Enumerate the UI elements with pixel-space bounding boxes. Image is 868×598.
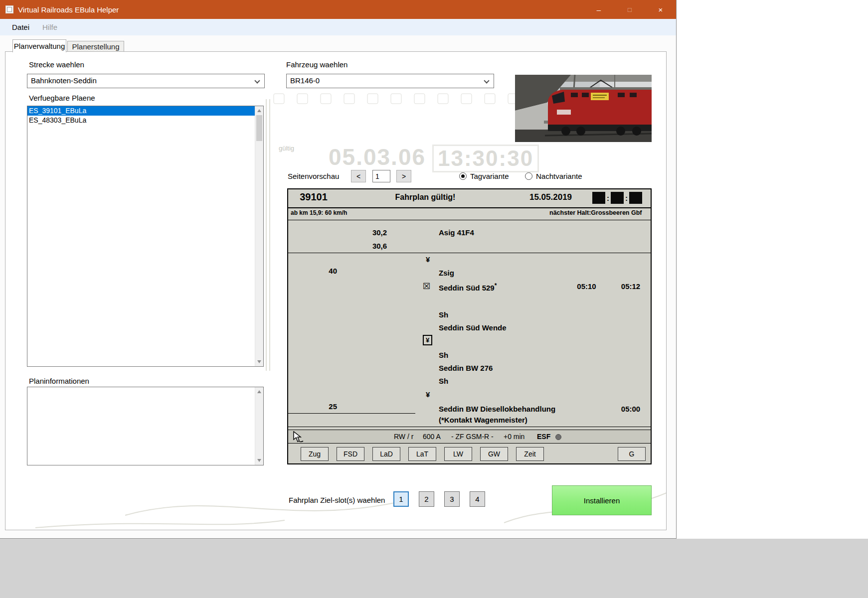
chevron-down-icon — [254, 78, 260, 83]
bottom-strip — [0, 539, 868, 598]
ebula-button-gw[interactable]: GW — [480, 447, 508, 461]
strecke-combobox[interactable]: Bahnknoten-Seddin — [27, 74, 265, 88]
stop-entry: Seddin BW Diesellokbehandlung — [439, 405, 555, 413]
ebula-preview: 39101 Fahrplan gültig! 15.05.2019 : : ab… — [287, 188, 652, 464]
ebula-button-lat[interactable]: LaT — [408, 447, 436, 461]
km-value: 30,2 — [349, 228, 410, 237]
menu-datei[interactable]: Datei — [5, 19, 36, 35]
speed-note: ab km 15,9: 60 km/h — [291, 209, 347, 216]
menu-hilfe[interactable]: Hilfe — [36, 19, 64, 35]
clock-colon: : — [607, 194, 609, 202]
stop-box-icon: ☒ — [423, 281, 430, 292]
app-window: Virtual Railroads EBula Helper – □ × Dat… — [0, 0, 677, 539]
ebula-button-zeit[interactable]: Zeit — [516, 447, 544, 461]
timetable-date: 15.05.2019 — [512, 192, 590, 202]
sh-entry: Sh — [439, 351, 448, 359]
planinfo-textarea[interactable] — [27, 387, 264, 465]
slot-button-4[interactable]: 4 — [470, 491, 485, 507]
strecke-label: Strecke waehlen — [29, 60, 84, 69]
tagvariante-radio[interactable] — [459, 172, 467, 180]
planinfo-label: Planinformationen — [29, 377, 89, 385]
page-next-button[interactable]: > — [396, 170, 411, 182]
departure-time: 05:00 — [611, 405, 651, 413]
symbol-entry: ¥ — [426, 255, 430, 264]
clock-segment — [592, 192, 605, 204]
speed-value: 40 — [288, 267, 344, 275]
sh-entry: Sh — [439, 377, 448, 385]
textarea-scrollbar[interactable] — [255, 387, 263, 465]
slot-label: Fahrplan Ziel-slot(s) waehlen — [289, 496, 385, 504]
ebula-button-lad[interactable]: LaD — [372, 447, 400, 461]
ebula-button-fsd[interactable]: FSD — [337, 447, 364, 461]
list-item[interactable]: ES_48303_EBuLa — [27, 116, 255, 125]
status-rw: RW / r — [394, 433, 413, 441]
pointer-cursor-icon — [292, 431, 305, 443]
ebula-button-zug[interactable]: Zug — [301, 447, 329, 461]
tab-planverwaltung[interactable]: Planverwaltung — [12, 39, 66, 52]
scroll-up-icon[interactable] — [257, 390, 261, 393]
slot-button-1[interactable]: 1 — [393, 491, 409, 507]
page-prev-button[interactable]: < — [351, 170, 366, 182]
strecke-value: Bahnknoten-Seddin — [31, 76, 97, 85]
departure-time: 05:12 — [611, 282, 651, 291]
slot-button-2[interactable]: 2 — [419, 491, 434, 507]
stop-note: (*Kontakt Wagenmeister) — [439, 416, 527, 424]
ebula-status-bar: RW / r 600 A - ZF GSM-R - +0 min ESF — [288, 430, 651, 444]
clock-segment — [629, 192, 642, 204]
status-radio: - ZF GSM-R - — [451, 433, 494, 441]
stop-entry: Seddin BW 276 — [439, 364, 493, 372]
install-button[interactable]: Installieren — [552, 485, 652, 515]
valid-label: Fahrplan gültig! — [339, 193, 512, 202]
next-halt: nächster Halt:Grossbeeren Gbf — [549, 209, 642, 216]
plaene-listbox[interactable]: ES_39101_EBuLa ES_48303_EBuLa — [27, 106, 264, 367]
listbox-scrollbar[interactable] — [255, 106, 263, 366]
app-icon — [5, 5, 13, 13]
tab-planerstellung[interactable]: Planerstellung — [67, 41, 124, 52]
scroll-up-icon[interactable] — [257, 109, 261, 112]
status-delay: +0 min — [504, 433, 524, 441]
train-number: 39101 — [288, 191, 339, 203]
speed-value: 25 — [288, 402, 344, 411]
maximize-button[interactable]: □ — [614, 0, 645, 19]
status-current: 600 A — [423, 433, 441, 441]
fahrzeug-value: BR146-0 — [290, 76, 320, 85]
zsig-entry: Zsig — [439, 269, 454, 277]
scroll-down-icon[interactable] — [257, 360, 261, 363]
symbol-entry: ¥ — [426, 390, 430, 399]
ebula-button-lw[interactable]: LW — [444, 447, 472, 461]
chevron-down-icon — [484, 78, 489, 83]
fahrzeug-label: Fahrzeug waehlen — [286, 60, 347, 69]
nachtvariante-label: Nachtvariante — [536, 172, 582, 180]
close-button[interactable]: × — [645, 0, 676, 19]
minimize-button[interactable]: – — [583, 0, 614, 19]
stop-entry: Seddin Süd 529* — [439, 282, 497, 292]
scroll-down-icon[interactable] — [257, 459, 261, 462]
stop-entry: Seddin Süd Wende — [439, 323, 507, 332]
tagvariante-label: Tagvariante — [470, 172, 509, 180]
locomotive-photo — [515, 75, 652, 142]
menu-bar: Datei Hilfe — [0, 19, 676, 35]
watermark-small-text: gültig — [279, 145, 294, 152]
clock-colon: : — [625, 194, 628, 202]
tab-content-panel: gültig 05.03.06 13:30:30 Strecke waehlen… — [5, 51, 667, 530]
title-bar: Virtual Railroads EBula Helper – □ × — [0, 0, 676, 19]
plaene-label: Verfuegbare Plaene — [29, 94, 95, 102]
esf-indicator — [555, 434, 561, 440]
boxed-symbol-entry: ¥ — [423, 335, 432, 345]
window-title: Virtual Railroads EBula Helper — [18, 5, 119, 14]
scrollbar-thumb[interactable] — [256, 115, 262, 141]
esf-label: ESF — [537, 433, 550, 441]
clock-segment — [611, 192, 624, 204]
km-value: 30,6 — [349, 242, 410, 250]
watermark-date-text: 05.03.06 — [329, 144, 426, 170]
watermark-time-text: 13:30:30 — [432, 145, 539, 172]
nachtvariante-radio[interactable] — [525, 172, 532, 180]
list-item[interactable]: ES_39101_EBuLa — [27, 106, 255, 116]
slot-button-3[interactable]: 3 — [444, 491, 460, 507]
signal-entry: Asig 41F4 — [439, 228, 474, 237]
page-number-input[interactable] — [372, 170, 390, 182]
ebula-button-g[interactable]: G — [618, 447, 646, 461]
fahrzeug-combobox[interactable]: BR146-0 — [286, 74, 494, 88]
window-controls: – □ × — [583, 0, 676, 19]
seitenvorschau-label: Seitenvorschau — [288, 172, 339, 180]
